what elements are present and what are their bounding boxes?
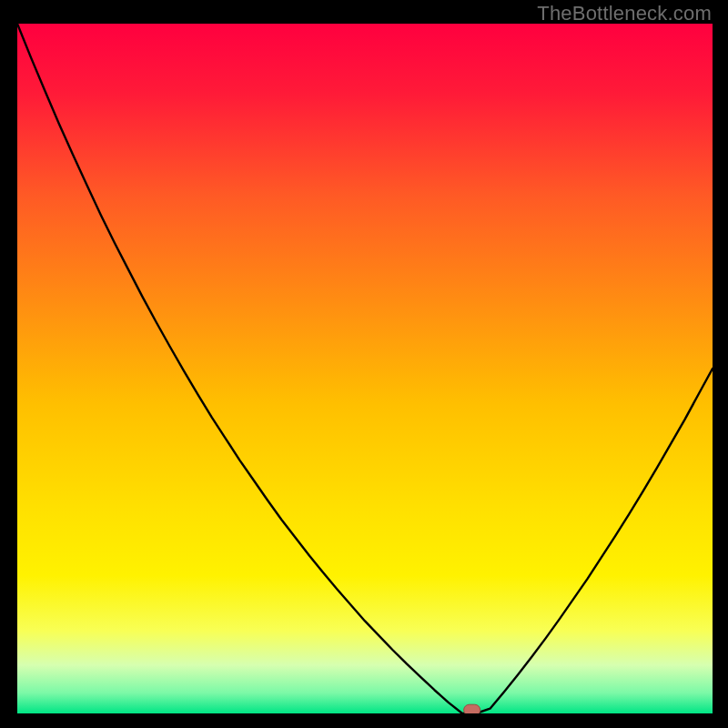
chart-frame: TheBottleneck.com [0, 0, 728, 728]
chart-svg [17, 24, 713, 713]
chart-plot-area [17, 24, 713, 713]
watermark-text: TheBottleneck.com [537, 2, 712, 25]
minimum-marker [464, 704, 480, 713]
gradient-background [17, 24, 713, 713]
